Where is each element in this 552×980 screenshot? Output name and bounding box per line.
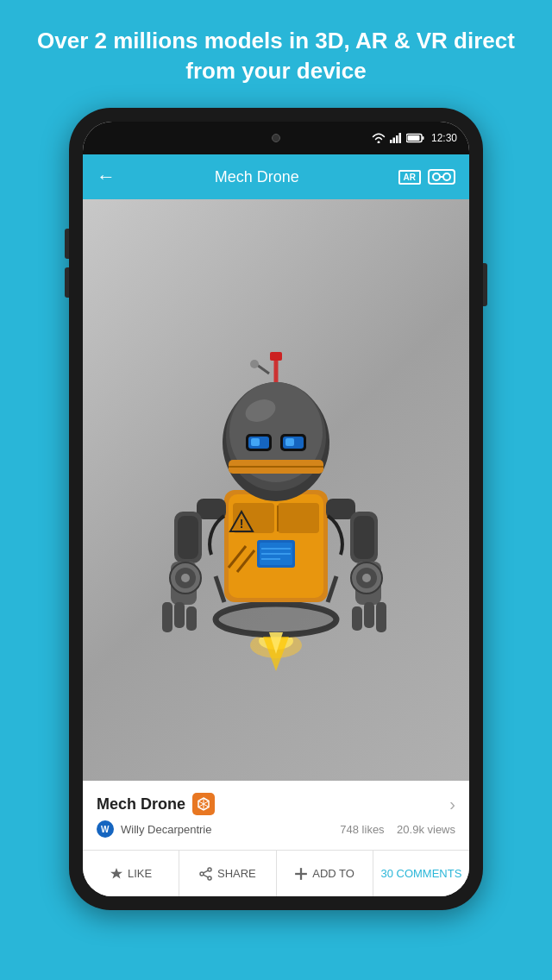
power-button bbox=[483, 263, 487, 306]
status-bar: 12:30 bbox=[83, 122, 469, 154]
svg-rect-38 bbox=[178, 516, 198, 559]
svg-point-9 bbox=[443, 173, 450, 180]
svg-point-51 bbox=[181, 574, 190, 582]
volume-down-button bbox=[65, 267, 69, 298]
model-title-left: Mech Drone bbox=[97, 793, 215, 815]
share-icon bbox=[199, 867, 213, 881]
svg-line-78 bbox=[204, 870, 208, 873]
robot-svg: ! bbox=[129, 309, 423, 671]
svg-point-75 bbox=[208, 868, 211, 871]
svg-rect-40 bbox=[354, 516, 374, 559]
phone-frame: 12:30 ← Mech Drone AR bbox=[69, 108, 483, 910]
svg-text:!: ! bbox=[240, 517, 244, 531]
svg-rect-48 bbox=[376, 602, 386, 632]
comments-button[interactable]: 30 Comments bbox=[373, 851, 469, 896]
model-name: Mech Drone bbox=[97, 795, 185, 814]
time-display: 12:30 bbox=[431, 132, 457, 144]
author-avatar: W bbox=[97, 820, 114, 838]
svg-rect-24 bbox=[278, 503, 319, 533]
model-info-panel: Mech Drone › W bbox=[83, 781, 469, 850]
vr-icon[interactable] bbox=[428, 168, 455, 185]
app-bar-actions: AR bbox=[398, 168, 455, 185]
status-icons: 12:30 bbox=[372, 132, 457, 144]
model-title-row: Mech Drone › bbox=[97, 793, 455, 815]
svg-line-63 bbox=[257, 365, 269, 374]
svg-rect-81 bbox=[295, 873, 307, 875]
svg-rect-0 bbox=[390, 140, 392, 143]
svg-line-15 bbox=[216, 576, 224, 602]
author-logo: W bbox=[99, 823, 111, 835]
camera-dot bbox=[272, 134, 280, 142]
promo-text: Over 2 millions models in 3D, AR & VR di… bbox=[0, 0, 552, 104]
share-button[interactable]: SHARE bbox=[179, 851, 276, 896]
like-label: LIKE bbox=[128, 867, 152, 880]
svg-point-76 bbox=[208, 876, 211, 880]
add-to-label: ADD TO bbox=[312, 867, 354, 880]
svg-rect-62 bbox=[270, 352, 282, 361]
wifi-icon bbox=[372, 133, 386, 143]
svg-point-54 bbox=[362, 574, 371, 582]
app-bar-title: Mech Drone bbox=[215, 168, 299, 186]
view-count: 20.9k views bbox=[397, 823, 455, 836]
model-meta-row: W Willy Decarpentrie 748 likes 20.9k vie… bbox=[97, 820, 455, 838]
volume-up-button bbox=[65, 229, 69, 259]
svg-rect-45 bbox=[186, 606, 197, 631]
model-viewer[interactable]: ! bbox=[83, 199, 469, 781]
svg-rect-6 bbox=[407, 135, 419, 141]
ar-button[interactable]: AR bbox=[398, 170, 421, 185]
svg-rect-47 bbox=[364, 602, 374, 628]
svg-line-16 bbox=[328, 576, 336, 602]
svg-rect-1 bbox=[392, 138, 395, 144]
svg-rect-43 bbox=[162, 602, 172, 632]
action-bar: LIKE SHARE bbox=[83, 850, 469, 896]
svg-rect-44 bbox=[174, 602, 185, 628]
back-button[interactable]: ← bbox=[97, 166, 116, 188]
sketchfab-icon bbox=[192, 793, 215, 815]
svg-point-77 bbox=[200, 872, 204, 876]
chevron-right-icon[interactable]: › bbox=[449, 795, 455, 814]
plus-icon bbox=[294, 867, 308, 881]
comments-label: 30 Comments bbox=[380, 867, 461, 880]
svg-point-14 bbox=[216, 604, 336, 635]
like-button[interactable]: LIKE bbox=[83, 851, 179, 896]
phone-wrapper: 12:30 ← Mech Drone AR bbox=[0, 104, 552, 910]
battery-icon bbox=[406, 133, 425, 143]
svg-line-79 bbox=[204, 875, 208, 877]
star-icon bbox=[110, 867, 123, 881]
signal-icon bbox=[390, 133, 402, 143]
app-bar: ← Mech Drone AR bbox=[83, 154, 469, 199]
phone-screen: 12:30 ← Mech Drone AR bbox=[83, 122, 469, 896]
like-count: 748 likes bbox=[340, 823, 384, 836]
svg-rect-3 bbox=[398, 133, 401, 143]
robot-display: ! bbox=[83, 199, 469, 781]
author-name[interactable]: Willy Decarpentrie bbox=[121, 823, 211, 836]
add-to-button[interactable]: ADD TO bbox=[277, 851, 373, 896]
svg-rect-5 bbox=[422, 136, 423, 140]
svg-rect-46 bbox=[352, 606, 362, 631]
share-label: SHARE bbox=[217, 867, 256, 880]
svg-point-64 bbox=[250, 360, 259, 368]
svg-rect-72 bbox=[285, 438, 294, 446]
model-stats: 748 likes 20.9k views bbox=[340, 823, 455, 836]
svg-point-8 bbox=[433, 173, 440, 180]
svg-rect-2 bbox=[396, 135, 398, 143]
svg-text:W: W bbox=[101, 825, 110, 834]
svg-rect-71 bbox=[251, 438, 260, 446]
